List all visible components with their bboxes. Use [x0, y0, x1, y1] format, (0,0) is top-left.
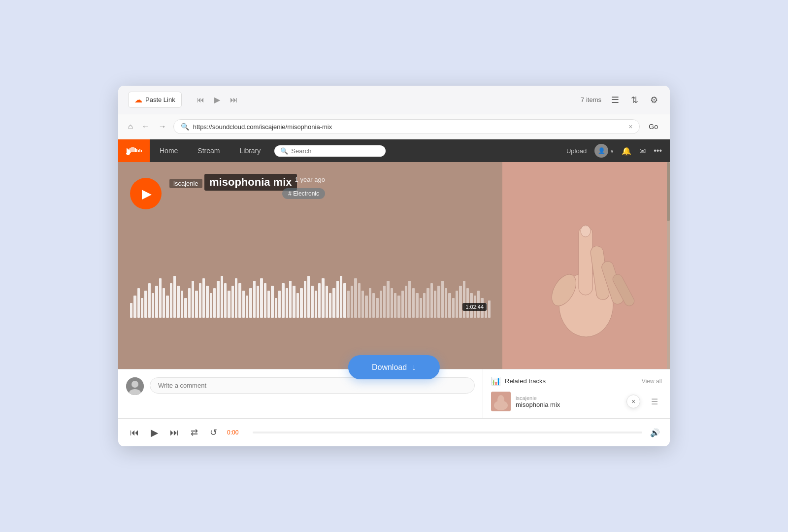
soundcloud-logo[interactable]	[118, 139, 150, 162]
go-button[interactable]: Go	[645, 121, 662, 133]
paste-link-button[interactable]: ☁ Paste Link	[128, 92, 182, 108]
url-clear-button[interactable]: ×	[628, 123, 632, 131]
track-area: ▶ iscajenie misophonia mix 1 year ago # …	[118, 162, 502, 369]
related-title: 📊 Related tracks	[491, 376, 546, 386]
track-artist: iscajenie	[169, 179, 202, 188]
volume-icon[interactable]: 🔊	[650, 428, 660, 437]
close-related-button[interactable]: ×	[626, 395, 640, 408]
nav-right: Upload 👤 ∨ 🔔 ✉ •••	[566, 144, 670, 158]
related-track-thumb	[491, 392, 511, 411]
player-skip-forward[interactable]: ⏭	[168, 426, 181, 440]
toolbar: ☁ Paste Link ⏮ ▶ ⏭ 7 items ☰ ⇅ ⚙	[118, 86, 670, 114]
scrollbar[interactable]	[667, 162, 670, 369]
track-age: 1 year ago	[282, 176, 325, 183]
nav-links: Home Stream Library	[150, 139, 270, 162]
search-input[interactable]	[291, 147, 380, 155]
avatar-wrapper[interactable]: 👤 ∨	[594, 144, 614, 158]
nav-stream[interactable]: Stream	[188, 139, 230, 162]
player-progress[interactable]	[253, 432, 642, 433]
items-count: 7 items	[581, 96, 601, 103]
mail-icon[interactable]: ✉	[639, 146, 646, 156]
soundcloud-small-icon: ☁	[134, 95, 142, 104]
player-time: 0:00	[227, 429, 245, 436]
download-label: Download	[372, 363, 407, 372]
player-repeat[interactable]: ↺	[208, 425, 219, 440]
waveform-bars	[130, 268, 491, 318]
forward-button[interactable]: →	[157, 120, 168, 133]
comment-input[interactable]	[150, 377, 475, 394]
toolbar-right: 7 items ☰ ⇅ ⚙	[581, 93, 660, 107]
play-pause-button[interactable]: ▶	[211, 93, 223, 106]
search-icon: 🔍	[181, 123, 189, 131]
time-badge: 1:02:44	[462, 303, 487, 311]
home-nav-button[interactable]: ⌂	[126, 120, 135, 133]
url-bar: 🔍 https://soundcloud.com/iscajenie/misop…	[173, 119, 640, 134]
transport-controls: ⏮ ▶ ⏭	[194, 93, 241, 106]
view-all-link[interactable]: View all	[642, 378, 662, 385]
waveform-icon: 📊	[491, 376, 501, 386]
nav-library[interactable]: Library	[230, 139, 270, 162]
related-track-item[interactable]: iscajenie misophonia mix × ☰	[491, 392, 662, 411]
sort-icon[interactable]: ⇅	[629, 93, 640, 107]
svg-point-9	[131, 381, 138, 388]
download-button[interactable]: Download ↓	[348, 355, 440, 379]
upload-button[interactable]: Upload	[566, 147, 587, 155]
player-skip-back[interactable]: ⏮	[128, 426, 141, 440]
scrollbar-thumb	[667, 162, 670, 221]
player-play[interactable]: ▶	[149, 425, 160, 440]
app-window: ☁ Paste Link ⏮ ▶ ⏭ 7 items ☰ ⇅ ⚙ ⌂ ← → 🔍…	[118, 86, 670, 446]
bottom-wrapper: Download ↓ 📊 R	[118, 369, 670, 446]
nav-home[interactable]: Home	[150, 139, 188, 162]
svg-point-7	[581, 225, 591, 237]
related-header: 📊 Related tracks View all	[491, 376, 662, 386]
play-button-large[interactable]: ▶	[130, 178, 162, 209]
track-info: iscajenie misophonia mix	[169, 174, 491, 191]
search-icon: 🔍	[280, 147, 288, 155]
main-content: ▶ iscajenie misophonia mix 1 year ago # …	[118, 162, 670, 369]
player-controls: ⏮ ▶ ⏭ ⇄ ↺ 0:00 🔊	[118, 418, 670, 446]
track-tag: # Electronic	[282, 188, 325, 199]
browser-bar: ⌂ ← → 🔍 https://soundcloud.com/iscajenie…	[118, 114, 670, 139]
download-overlay: Download ↓	[348, 355, 440, 379]
more-icon[interactable]: •••	[654, 146, 662, 155]
track-meta: 1 year ago # Electronic	[282, 176, 325, 199]
svg-point-13	[497, 395, 504, 405]
playlist-icon[interactable]: ☰	[651, 397, 658, 406]
search-wrapper: 🔍	[274, 145, 386, 157]
back-button[interactable]: ←	[140, 120, 152, 133]
player-shuffle[interactable]: ⇄	[189, 425, 200, 440]
bell-icon[interactable]: 🔔	[622, 146, 631, 156]
avatar-chevron: ∨	[610, 148, 614, 154]
skip-back-button[interactable]: ⏮	[194, 94, 207, 106]
skip-forward-button[interactable]: ⏭	[227, 94, 241, 106]
hand-illustration	[512, 182, 660, 349]
download-arrow-icon: ↓	[412, 362, 416, 372]
waveform-container[interactable]: 1:02:44	[130, 268, 491, 323]
filter-icon[interactable]: ☰	[609, 93, 621, 107]
related-title-text: Related tracks	[505, 377, 546, 385]
related-section: 📊 Related tracks View all iscaje	[483, 369, 670, 418]
url-text: https://soundcloud.com/iscajenie/misopho…	[193, 123, 624, 131]
paste-link-label: Paste Link	[145, 96, 175, 103]
settings-icon[interactable]: ⚙	[648, 93, 660, 107]
toolbar-left: ☁ Paste Link ⏮ ▶ ⏭	[128, 92, 241, 108]
commenter-avatar	[126, 377, 144, 395]
album-art	[502, 162, 670, 369]
play-icon: ▶	[142, 186, 152, 201]
user-avatar: 👤	[594, 144, 608, 158]
soundcloud-nav: Home Stream Library 🔍 Upload 👤 ∨ 🔔 ✉ •••	[118, 139, 670, 162]
